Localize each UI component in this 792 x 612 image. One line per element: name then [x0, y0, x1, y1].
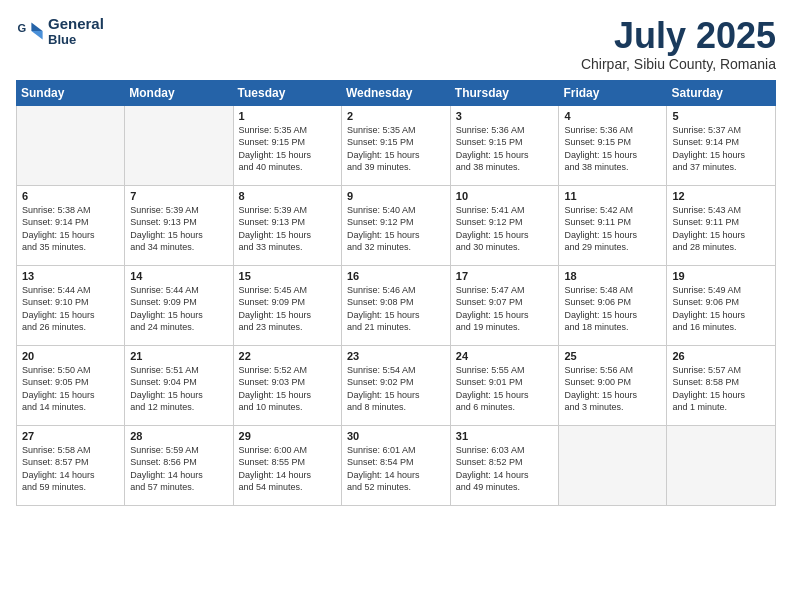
day-number: 3 [456, 110, 554, 122]
day-number: 16 [347, 270, 445, 282]
day-info: Sunrise: 5:43 AM Sunset: 9:11 PM Dayligh… [672, 204, 770, 254]
logo: G General Blue [16, 16, 104, 47]
calendar-day-cell: 27Sunrise: 5:58 AM Sunset: 8:57 PM Dayli… [17, 425, 125, 505]
calendar-week-row: 27Sunrise: 5:58 AM Sunset: 8:57 PM Dayli… [17, 425, 776, 505]
calendar-day-cell [125, 105, 233, 185]
day-number: 18 [564, 270, 661, 282]
calendar-day-cell: 12Sunrise: 5:43 AM Sunset: 9:11 PM Dayli… [667, 185, 776, 265]
day-number: 1 [239, 110, 336, 122]
calendar-day-cell: 29Sunrise: 6:00 AM Sunset: 8:55 PM Dayli… [233, 425, 341, 505]
calendar-day-cell: 5Sunrise: 5:37 AM Sunset: 9:14 PM Daylig… [667, 105, 776, 185]
day-number: 7 [130, 190, 227, 202]
weekday-header: Monday [125, 80, 233, 105]
day-info: Sunrise: 5:54 AM Sunset: 9:02 PM Dayligh… [347, 364, 445, 414]
calendar-day-cell: 17Sunrise: 5:47 AM Sunset: 9:07 PM Dayli… [450, 265, 559, 345]
calendar-day-cell: 28Sunrise: 5:59 AM Sunset: 8:56 PM Dayli… [125, 425, 233, 505]
day-info: Sunrise: 6:03 AM Sunset: 8:52 PM Dayligh… [456, 444, 554, 494]
day-info: Sunrise: 5:58 AM Sunset: 8:57 PM Dayligh… [22, 444, 119, 494]
month-title: July 2025 [581, 16, 776, 56]
calendar-day-cell: 22Sunrise: 5:52 AM Sunset: 9:03 PM Dayli… [233, 345, 341, 425]
weekday-header: Tuesday [233, 80, 341, 105]
day-number: 6 [22, 190, 119, 202]
day-info: Sunrise: 5:57 AM Sunset: 8:58 PM Dayligh… [672, 364, 770, 414]
day-info: Sunrise: 5:56 AM Sunset: 9:00 PM Dayligh… [564, 364, 661, 414]
calendar-week-row: 13Sunrise: 5:44 AM Sunset: 9:10 PM Dayli… [17, 265, 776, 345]
logo-line1: General [48, 16, 104, 33]
svg-marker-1 [31, 23, 42, 31]
day-info: Sunrise: 5:37 AM Sunset: 9:14 PM Dayligh… [672, 124, 770, 174]
calendar-day-cell: 21Sunrise: 5:51 AM Sunset: 9:04 PM Dayli… [125, 345, 233, 425]
calendar-day-cell: 13Sunrise: 5:44 AM Sunset: 9:10 PM Dayli… [17, 265, 125, 345]
day-info: Sunrise: 5:36 AM Sunset: 9:15 PM Dayligh… [456, 124, 554, 174]
day-info: Sunrise: 5:50 AM Sunset: 9:05 PM Dayligh… [22, 364, 119, 414]
day-number: 4 [564, 110, 661, 122]
day-info: Sunrise: 5:46 AM Sunset: 9:08 PM Dayligh… [347, 284, 445, 334]
day-number: 31 [456, 430, 554, 442]
calendar-day-cell: 2Sunrise: 5:35 AM Sunset: 9:15 PM Daylig… [341, 105, 450, 185]
day-number: 13 [22, 270, 119, 282]
calendar-day-cell: 23Sunrise: 5:54 AM Sunset: 9:02 PM Dayli… [341, 345, 450, 425]
day-info: Sunrise: 5:35 AM Sunset: 9:15 PM Dayligh… [347, 124, 445, 174]
day-number: 8 [239, 190, 336, 202]
calendar-day-cell [559, 425, 667, 505]
calendar-day-cell [667, 425, 776, 505]
calendar-day-cell: 24Sunrise: 5:55 AM Sunset: 9:01 PM Dayli… [450, 345, 559, 425]
calendar-day-cell: 20Sunrise: 5:50 AM Sunset: 9:05 PM Dayli… [17, 345, 125, 425]
calendar-day-cell: 1Sunrise: 5:35 AM Sunset: 9:15 PM Daylig… [233, 105, 341, 185]
day-info: Sunrise: 6:01 AM Sunset: 8:54 PM Dayligh… [347, 444, 445, 494]
day-info: Sunrise: 5:55 AM Sunset: 9:01 PM Dayligh… [456, 364, 554, 414]
day-number: 10 [456, 190, 554, 202]
day-number: 17 [456, 270, 554, 282]
calendar-week-row: 20Sunrise: 5:50 AM Sunset: 9:05 PM Dayli… [17, 345, 776, 425]
weekday-header: Sunday [17, 80, 125, 105]
calendar-day-cell: 9Sunrise: 5:40 AM Sunset: 9:12 PM Daylig… [341, 185, 450, 265]
day-number: 15 [239, 270, 336, 282]
day-info: Sunrise: 5:39 AM Sunset: 9:13 PM Dayligh… [130, 204, 227, 254]
day-info: Sunrise: 5:59 AM Sunset: 8:56 PM Dayligh… [130, 444, 227, 494]
calendar-day-cell: 11Sunrise: 5:42 AM Sunset: 9:11 PM Dayli… [559, 185, 667, 265]
day-info: Sunrise: 5:40 AM Sunset: 9:12 PM Dayligh… [347, 204, 445, 254]
title-block: July 2025 Chirpar, Sibiu County, Romania [581, 16, 776, 72]
day-number: 5 [672, 110, 770, 122]
day-number: 21 [130, 350, 227, 362]
calendar-day-cell: 3Sunrise: 5:36 AM Sunset: 9:15 PM Daylig… [450, 105, 559, 185]
day-info: Sunrise: 5:47 AM Sunset: 9:07 PM Dayligh… [456, 284, 554, 334]
day-number: 22 [239, 350, 336, 362]
calendar-day-cell: 18Sunrise: 5:48 AM Sunset: 9:06 PM Dayli… [559, 265, 667, 345]
day-info: Sunrise: 5:39 AM Sunset: 9:13 PM Dayligh… [239, 204, 336, 254]
calendar-day-cell: 16Sunrise: 5:46 AM Sunset: 9:08 PM Dayli… [341, 265, 450, 345]
day-number: 24 [456, 350, 554, 362]
logo-text: General Blue [48, 16, 104, 47]
day-info: Sunrise: 6:00 AM Sunset: 8:55 PM Dayligh… [239, 444, 336, 494]
day-info: Sunrise: 5:38 AM Sunset: 9:14 PM Dayligh… [22, 204, 119, 254]
calendar-week-row: 1Sunrise: 5:35 AM Sunset: 9:15 PM Daylig… [17, 105, 776, 185]
svg-text:G: G [17, 23, 26, 35]
weekday-header: Saturday [667, 80, 776, 105]
day-info: Sunrise: 5:51 AM Sunset: 9:04 PM Dayligh… [130, 364, 227, 414]
calendar-day-cell: 31Sunrise: 6:03 AM Sunset: 8:52 PM Dayli… [450, 425, 559, 505]
day-info: Sunrise: 5:36 AM Sunset: 9:15 PM Dayligh… [564, 124, 661, 174]
day-number: 29 [239, 430, 336, 442]
calendar-day-cell [17, 105, 125, 185]
logo-icon: G [16, 17, 44, 45]
day-number: 12 [672, 190, 770, 202]
day-number: 28 [130, 430, 227, 442]
weekday-header: Friday [559, 80, 667, 105]
header: G General Blue July 2025 Chirpar, Sibiu … [16, 16, 776, 72]
calendar-day-cell: 4Sunrise: 5:36 AM Sunset: 9:15 PM Daylig… [559, 105, 667, 185]
day-info: Sunrise: 5:44 AM Sunset: 9:10 PM Dayligh… [22, 284, 119, 334]
location-subtitle: Chirpar, Sibiu County, Romania [581, 56, 776, 72]
calendar-day-cell: 25Sunrise: 5:56 AM Sunset: 9:00 PM Dayli… [559, 345, 667, 425]
day-number: 25 [564, 350, 661, 362]
svg-marker-2 [31, 31, 42, 39]
day-number: 9 [347, 190, 445, 202]
calendar-day-cell: 7Sunrise: 5:39 AM Sunset: 9:13 PM Daylig… [125, 185, 233, 265]
weekday-header: Thursday [450, 80, 559, 105]
day-number: 20 [22, 350, 119, 362]
day-number: 27 [22, 430, 119, 442]
logo-line2: Blue [48, 33, 104, 47]
calendar-day-cell: 15Sunrise: 5:45 AM Sunset: 9:09 PM Dayli… [233, 265, 341, 345]
day-number: 2 [347, 110, 445, 122]
day-info: Sunrise: 5:35 AM Sunset: 9:15 PM Dayligh… [239, 124, 336, 174]
calendar-table: SundayMondayTuesdayWednesdayThursdayFrid… [16, 80, 776, 506]
